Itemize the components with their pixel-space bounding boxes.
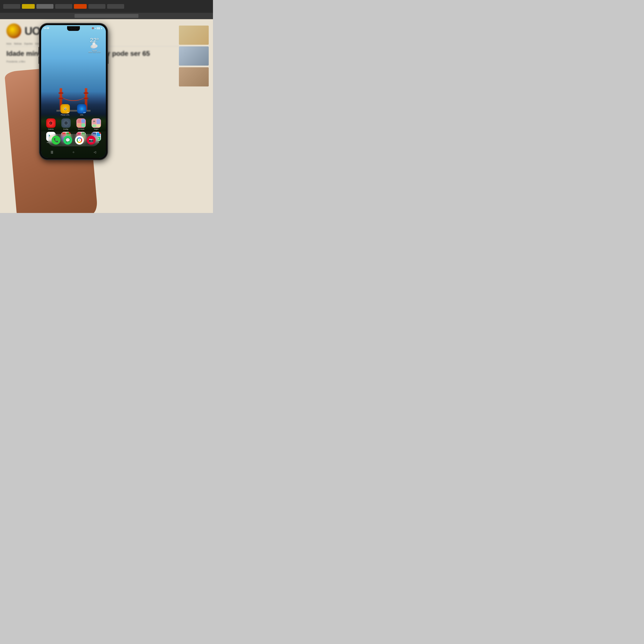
app-row-2: ✿ Galeria ⚙ Config. (43, 118, 104, 130)
nav-item: Notícias (14, 43, 22, 45)
signal-icon: ▌▌▌ (97, 27, 101, 29)
side-article-card (179, 67, 209, 86)
wifi-icon: ▲ (95, 27, 96, 29)
nav-home-button[interactable]: ○ (73, 150, 74, 154)
dock-camera[interactable]: 📷 (87, 136, 96, 145)
nav-back-button[interactable]: ◁ (94, 150, 96, 154)
phone-device: 14:08 🔇 ▲ ▌▌▌ ▮ 22° Saú (39, 23, 108, 160)
browser-tab (3, 4, 20, 9)
mute-icon: 🔇 (92, 27, 94, 29)
app-galeria[interactable]: ✿ Galeria (45, 118, 57, 130)
power-button[interactable] (108, 53, 108, 64)
chrome-icon (77, 137, 82, 143)
depth-sensor (74, 27, 76, 30)
app-uol[interactable]: 🌐 UOL UOL (76, 104, 88, 116)
app-servicos[interactable]: Serviços (75, 118, 87, 130)
browser-tab (74, 4, 87, 9)
weather-date: Atual: 28/02 12:00 (88, 51, 101, 53)
app-uol-placar-icon: ⚽ UOL (60, 104, 70, 114)
bridge-cable (61, 88, 86, 101)
dock: 📞 💬 📷 (48, 134, 99, 146)
camera-notch (67, 26, 80, 31)
app-config-icon: ⚙ (61, 118, 71, 128)
app-uol-placar-label: Placar UOL (61, 114, 69, 116)
browser-tab (88, 4, 105, 9)
browser-tabs (0, 0, 213, 13)
uol-logo-circle (6, 23, 21, 38)
nav-item: Esportes (24, 43, 33, 45)
browser-tab (22, 4, 35, 9)
side-article-card (179, 26, 209, 45)
app-jogos[interactable]: 🎮 Jogos (90, 118, 102, 130)
app-servicos-icon (76, 118, 86, 128)
browser-tab (107, 4, 124, 9)
app-uol-icon: 🌐 UOL (77, 104, 86, 114)
browser-tab (55, 4, 72, 9)
app-servicos-label: Serviços (78, 128, 84, 130)
app-uol-placar[interactable]: ⚽ UOL Placar UOL (59, 104, 71, 116)
nav-apps-button[interactable]: ||| (51, 150, 53, 154)
status-time: 14:08 (44, 27, 49, 29)
status-icons: 🔇 ▲ ▌▌▌ ▮ (92, 27, 102, 29)
weather-location: Saúde (88, 49, 101, 51)
app-config-label: Config. (63, 128, 69, 130)
side-article-card (179, 46, 209, 66)
nav-item: Início (6, 43, 11, 45)
app-galeria-icon: ✿ (46, 118, 56, 128)
app-galeria-label: Galeria (48, 128, 54, 130)
browser-tab (36, 4, 53, 9)
dock-whatsapp[interactable]: 💬 (63, 136, 72, 145)
weather-widget: 22° Saúde Atual: 28/02 12:00 (88, 37, 101, 53)
side-articles (179, 26, 209, 86)
app-jogos-icon: 🎮 (92, 118, 101, 128)
battery-icon: ▮ (101, 27, 102, 29)
dock-chrome[interactable] (75, 136, 84, 145)
selfie-camera (71, 28, 72, 29)
dock-phone[interactable]: 📞 (52, 136, 60, 145)
app-jogos-label: Jogos (94, 128, 98, 130)
url-bar (0, 13, 213, 19)
weather-icon-area (88, 44, 101, 48)
chrome-center (79, 139, 80, 141)
app-uol-label: UOL (80, 114, 83, 116)
app-row-uol: ⚽ UOL Placar UOL 🌐 UOL UOL (43, 104, 104, 116)
phone-body: 14:08 🔇 ▲ ▌▌▌ ▮ 22° Saú (39, 23, 108, 160)
app-config[interactable]: ⚙ Config. (60, 118, 72, 130)
navigation-bar: ||| ○ ◁ (41, 148, 106, 156)
phone-screen: 14:08 🔇 ▲ ▌▌▌ ▮ 22° Saú (41, 25, 106, 158)
cloud-icon (92, 44, 98, 48)
url-field (75, 14, 138, 18)
